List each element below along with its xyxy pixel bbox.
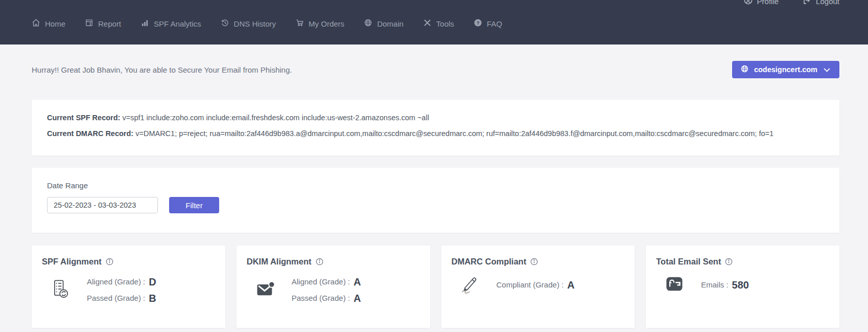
dmarc-record-line: Current DMARC Record: v=DMARC1; p=reject…	[47, 128, 824, 139]
date-range-label: Date Range	[47, 181, 824, 190]
date-range-input[interactable]	[47, 197, 158, 213]
domain-selector-label: codesigncert.com	[754, 65, 817, 74]
dkim-alignment-card: DKIM Alignment	[237, 246, 430, 328]
info-icon[interactable]	[106, 258, 113, 265]
envelope-notification-icon	[255, 279, 278, 301]
total-email-sent-card: Total Email Sent	[646, 246, 839, 328]
grade-row: Passed (Grade) : A	[292, 290, 361, 306]
top-navbar: Profile Logout Home	[0, 0, 868, 45]
grade-row: Compliant (Grade) : A	[497, 277, 575, 293]
nav-label-my-orders: My Orders	[309, 19, 344, 28]
nav-label-tools: Tools	[436, 19, 454, 28]
globe-icon	[364, 18, 372, 29]
grade-row: Aligned (Grade) : D	[87, 274, 156, 290]
info-icon[interactable]	[316, 258, 323, 265]
tools-icon	[423, 18, 432, 29]
grade-value: D	[149, 274, 156, 290]
grade-value: A	[354, 274, 361, 290]
nav-item-home[interactable]: Home	[32, 18, 65, 29]
grade-row: Passed (Grade) : B	[87, 290, 156, 306]
dashboard-main: Hurray!! Great Job Bhavin, You are able …	[0, 61, 868, 328]
grade-row: Aligned (Grade) : A	[292, 274, 361, 290]
pen-signature-icon	[460, 274, 483, 296]
dmarc-record-label: Current DMARC Record:	[47, 129, 133, 138]
card-title: DKIM Alignment	[247, 257, 312, 267]
cart-icon	[295, 18, 304, 29]
card-title: Total Email Sent	[656, 257, 721, 267]
dmarc-compliant-card: DMARC Compliant	[441, 246, 635, 328]
history-icon	[221, 18, 229, 29]
nav-label-faq: FAQ	[487, 19, 502, 28]
logout-icon	[802, 0, 812, 7]
main-nav: Home Report SPF Analytics	[32, 18, 502, 29]
nav-label-domain: Domain	[377, 19, 404, 28]
grade-value: A	[567, 277, 574, 293]
nav-label-dns-history: DNS History	[234, 19, 276, 28]
logout-link-label: Logout	[816, 0, 839, 6]
profile-link[interactable]: Profile	[743, 0, 779, 7]
nav-label-report: Report	[98, 19, 121, 28]
nav-item-report[interactable]: Report	[85, 18, 121, 29]
nav-item-domain[interactable]: Domain	[364, 18, 404, 29]
greeting-message: Hurray!! Great Job Bhavin, You are able …	[32, 65, 292, 74]
grade-label: Emails :	[701, 277, 728, 293]
dmarc-record-value: v=DMARC1; p=reject; rua=mailto:2af446d9b…	[135, 129, 773, 138]
info-icon[interactable]	[530, 258, 538, 265]
domain-selector-button[interactable]: codesigncert.com	[732, 61, 839, 78]
account-links: Profile Logout	[743, 0, 839, 7]
mailbox-icon	[664, 274, 688, 296]
info-icon[interactable]	[725, 258, 733, 265]
date-filter-panel: Date Range Filter	[32, 168, 839, 233]
grade-label: Aligned (Grade) :	[292, 274, 350, 290]
nav-item-spf-analytics[interactable]: SPF Analytics	[140, 18, 201, 29]
card-title: SPF Alignment	[42, 257, 102, 267]
grade-label: Passed (Grade) :	[87, 290, 145, 306]
spf-record-label: Current SPF Record:	[47, 114, 120, 122]
user-icon	[743, 0, 753, 7]
nav-label-home: Home	[45, 19, 65, 28]
dns-records-panel: Current SPF Record: v=spf1 include:zoho.…	[32, 100, 839, 156]
grade-value: A	[354, 290, 361, 306]
card-title: DMARC Compliant	[452, 257, 527, 267]
bar-chart-icon	[140, 18, 149, 29]
nav-item-faq[interactable]: ? FAQ	[474, 18, 502, 29]
logout-link[interactable]: Logout	[802, 0, 839, 7]
nav-label-spf-analytics: SPF Analytics	[154, 19, 201, 28]
chevron-down-icon	[823, 65, 831, 74]
question-icon: ?	[474, 18, 482, 29]
nav-item-tools[interactable]: Tools	[423, 18, 454, 29]
list-sync-icon	[50, 279, 74, 301]
grade-label: Passed (Grade) :	[292, 290, 350, 306]
filter-button[interactable]: Filter	[169, 197, 219, 213]
grade-label: Compliant (Grade) :	[497, 277, 564, 293]
grade-row: Emails : 580	[701, 277, 749, 293]
profile-link-label: Profile	[757, 0, 779, 6]
home-icon	[32, 18, 40, 29]
nav-item-my-orders[interactable]: My Orders	[295, 18, 344, 29]
grade-value: 580	[732, 277, 749, 293]
grade-value: B	[149, 290, 156, 306]
stat-cards-row: SPF Alignment	[32, 246, 839, 328]
grade-label: Aligned (Grade) :	[87, 274, 145, 290]
spf-alignment-card: SPF Alignment	[32, 246, 225, 328]
report-icon	[85, 18, 93, 29]
spf-record-line: Current SPF Record: v=spf1 include:zoho.…	[47, 112, 824, 123]
globe-icon	[740, 64, 749, 75]
spf-record-value: v=spf1 include:zoho.com include:email.fr…	[122, 114, 429, 122]
svg-text:?: ?	[476, 20, 479, 26]
nav-item-dns-history[interactable]: DNS History	[221, 18, 276, 29]
